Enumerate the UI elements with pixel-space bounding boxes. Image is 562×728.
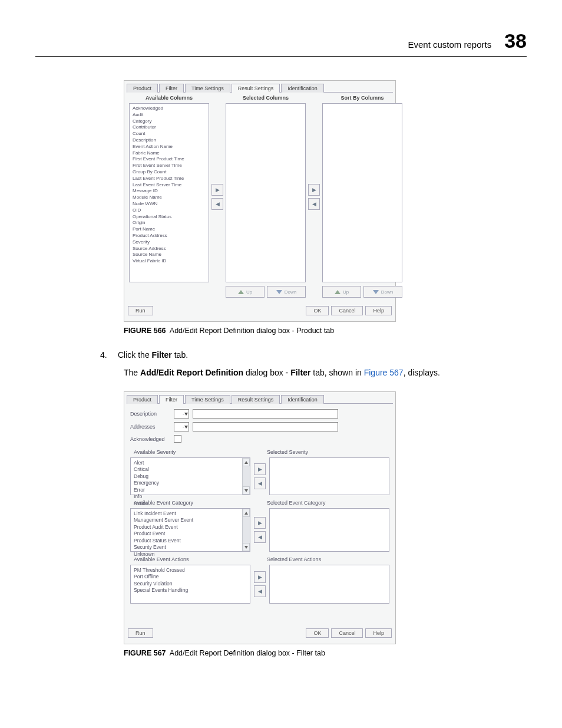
help-button[interactable]: Help	[365, 628, 392, 638]
list-item[interactable]: PM Threshold Crossed	[134, 567, 247, 574]
tab-result-settings[interactable]: Result Settings	[232, 84, 280, 93]
list-item[interactable]: Management Server Event	[134, 517, 247, 523]
move-down-button[interactable]: Down	[267, 286, 306, 298]
list-item[interactable]: Port Name	[133, 226, 206, 233]
available-actions-list[interactable]: PM Threshold Crossed Port Offline Securi…	[130, 565, 250, 604]
list-item[interactable]: Module Name	[133, 195, 206, 201]
tab-identification[interactable]: Identification	[281, 395, 324, 404]
remove-action-button[interactable]: ◀	[254, 585, 266, 597]
list-item[interactable]: Alert	[134, 460, 247, 466]
ok-button[interactable]: OK	[306, 628, 329, 638]
list-item[interactable]: Last Event Product Time	[133, 176, 206, 182]
list-item[interactable]: Acknowledged	[133, 106, 206, 112]
remove-category-button[interactable]: ◀	[254, 531, 266, 543]
list-item[interactable]: Critical	[134, 466, 247, 473]
available-columns-list[interactable]: Acknowledged Audit Category Contributor …	[129, 103, 209, 282]
run-button[interactable]: Run	[128, 306, 153, 315]
triangle-up-icon	[238, 290, 244, 294]
scroll-up-icon[interactable]	[243, 509, 250, 517]
list-item[interactable]: Source Name	[133, 252, 206, 258]
list-item[interactable]: Product Status Event	[134, 538, 247, 544]
cancel-button[interactable]: Cancel	[331, 306, 363, 315]
list-item[interactable]: First Event Server Time	[133, 163, 206, 169]
list-item[interactable]: Category	[133, 118, 206, 125]
addresses-operator[interactable]: -	[174, 422, 189, 431]
list-item[interactable]: Virtual Fabric ID	[133, 258, 206, 265]
list-item[interactable]: Debug	[134, 473, 247, 480]
list-item[interactable]: Fabric Name	[133, 150, 206, 157]
tab-product[interactable]: Product	[127, 84, 158, 93]
add-category-button[interactable]: ▶	[254, 517, 266, 529]
tab-filter[interactable]: Filter	[159, 84, 184, 93]
tab-identification[interactable]: Identification	[281, 84, 324, 93]
scroll-down-icon[interactable]	[243, 543, 250, 551]
description-operator[interactable]: -	[174, 409, 189, 419]
list-item[interactable]: Message ID	[133, 188, 206, 195]
cancel-button[interactable]: Cancel	[331, 628, 363, 638]
list-item[interactable]: Security Event	[134, 544, 247, 551]
list-item[interactable]: Origin	[133, 220, 206, 226]
scrollbar[interactable]	[242, 509, 250, 551]
available-category-list[interactable]: Link Incident Event Management Server Ev…	[130, 508, 250, 552]
tab-product[interactable]: Product	[127, 395, 158, 404]
add-action-button[interactable]: ▶	[254, 571, 266, 583]
add-severity-button[interactable]: ▶	[254, 463, 266, 475]
list-item[interactable]: Group By Count	[133, 169, 206, 176]
remove-from-selected-button[interactable]: ◀	[211, 198, 223, 210]
list-item[interactable]: Operational Status	[133, 214, 206, 220]
available-severity-list[interactable]: Alert Critical Debug Emergency Error Inf…	[130, 457, 250, 495]
list-item[interactable]: Security Violation	[134, 581, 247, 587]
chevron-down-icon	[184, 426, 188, 429]
list-item[interactable]: Product Audit Event	[134, 524, 247, 531]
selected-category-list[interactable]	[269, 508, 389, 552]
list-item[interactable]: Product Event	[134, 531, 247, 537]
list-item[interactable]: Special Events Handling	[134, 587, 247, 594]
list-item[interactable]: Product Address	[133, 233, 206, 239]
sort-by-columns-list[interactable]	[322, 103, 402, 282]
list-item[interactable]: Port Offline	[134, 574, 247, 580]
selected-columns-list[interactable]	[226, 103, 306, 282]
addresses-input[interactable]	[193, 422, 338, 431]
figure-caption-text: Add/Edit Report Definition dialog box - …	[170, 649, 325, 657]
remove-from-sort-button[interactable]: ◀	[308, 198, 320, 210]
help-button[interactable]: Help	[365, 306, 392, 315]
list-item[interactable]: First Event Product Time	[133, 156, 206, 163]
tab-result-settings[interactable]: Result Settings	[232, 395, 280, 404]
acknowledged-checkbox[interactable]	[174, 435, 181, 443]
figure-link[interactable]: Figure 567	[364, 368, 404, 377]
sort-move-up-button[interactable]: Up	[322, 286, 361, 298]
list-item[interactable]: Notice	[134, 500, 247, 507]
list-item[interactable]: Description	[133, 137, 206, 144]
scroll-up-icon[interactable]	[243, 458, 250, 466]
tab-time-settings[interactable]: Time Settings	[185, 395, 230, 404]
tab-filter[interactable]: Filter	[159, 395, 184, 404]
ok-button[interactable]: OK	[306, 306, 329, 315]
list-item[interactable]: Info	[134, 493, 247, 500]
description-input[interactable]	[193, 409, 338, 419]
list-item[interactable]: Error	[134, 487, 247, 493]
list-item[interactable]: Unknown	[134, 551, 247, 558]
run-button[interactable]: Run	[128, 628, 153, 638]
add-to-selected-button[interactable]: ▶	[211, 184, 223, 196]
list-item[interactable]: OID	[133, 207, 206, 214]
list-item[interactable]: Link Incident Event	[134, 510, 247, 517]
list-item[interactable]: Node WWN	[133, 201, 206, 207]
list-item[interactable]: Severity	[133, 239, 206, 246]
list-item[interactable]: Count	[133, 131, 206, 137]
list-item[interactable]: Emergency	[134, 480, 247, 486]
scrollbar[interactable]	[242, 458, 250, 495]
selected-severity-list[interactable]	[269, 457, 389, 495]
sort-move-down-button[interactable]: Down	[363, 286, 402, 298]
list-item[interactable]: Contributor	[133, 124, 206, 131]
list-item[interactable]: Event Action Name	[133, 144, 206, 150]
move-up-button[interactable]: Up	[226, 286, 265, 298]
remove-severity-button[interactable]: ◀	[254, 477, 266, 489]
scroll-down-icon[interactable]	[243, 486, 250, 495]
add-to-sort-button[interactable]: ▶	[308, 184, 320, 196]
list-item[interactable]: Audit	[133, 112, 206, 118]
list-item[interactable]: Source Address	[133, 246, 206, 252]
tab-time-settings[interactable]: Time Settings	[185, 84, 230, 93]
selected-actions-list[interactable]	[269, 565, 389, 604]
col-sort: Sort By Columns Up Down	[322, 93, 402, 301]
list-item[interactable]: Last Event Server Time	[133, 182, 206, 189]
